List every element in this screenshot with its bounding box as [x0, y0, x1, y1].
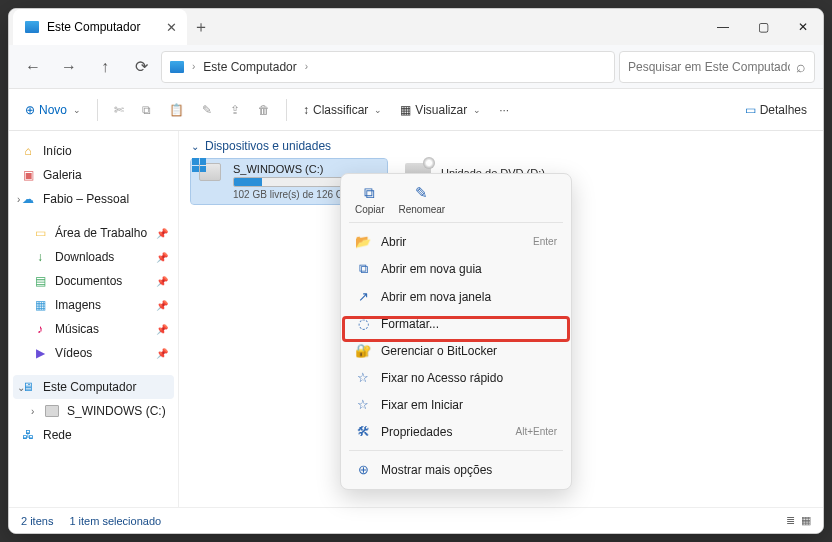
sidebar-item-label: Galeria — [43, 168, 82, 182]
sidebar-item-desktop[interactable]: ▭Área de Trabalho📌 — [13, 221, 174, 245]
context-item-properties[interactable]: 🛠PropriedadesAlt+Enter — [347, 418, 565, 445]
context-item-more-options[interactable]: ⊕Mostrar mais opções — [347, 456, 565, 483]
titlebar: Este Computador ✕ ＋ — ▢ ✕ — [9, 9, 823, 45]
windows-logo-icon — [192, 158, 206, 172]
label: Abrir — [381, 235, 406, 249]
nav-pane[interactable]: ⌂Início ▣Galeria ›☁Fabio – Pessoal ▭Área… — [9, 131, 179, 507]
context-item-open-tab[interactable]: ⧉Abrir em nova guia — [347, 255, 565, 283]
close-button[interactable]: ✕ — [783, 9, 823, 45]
sidebar-item-documents[interactable]: ▤Documentos📌 — [13, 269, 174, 293]
context-copy-button[interactable]: ⧉Copiar — [355, 184, 384, 215]
sidebar-item-label: Área de Trabalho — [55, 226, 147, 240]
video-icon: ▶ — [33, 346, 47, 360]
view-icon: ▦ — [400, 103, 411, 117]
sidebar-item-this-pc[interactable]: ⌄🖥Este Computador — [13, 375, 174, 399]
context-menu-actions: ⧉Copiar ✎Renomear — [347, 180, 565, 217]
clipboard-icon: 📋 — [169, 103, 184, 117]
context-item-open[interactable]: 📂AbrirEnter — [347, 228, 565, 255]
address-bar: ← → ↑ ⟳ › Este Computador › ⌕ — [9, 45, 823, 89]
delete-button[interactable]: 🗑 — [252, 99, 276, 121]
sidebar-item-videos[interactable]: ▶Vídeos📌 — [13, 341, 174, 365]
sidebar-item-label: S_WINDOWS (C:) — [67, 404, 166, 418]
download-icon: ↓ — [33, 250, 47, 264]
label: Fixar em Iniciar — [381, 398, 463, 412]
search-box[interactable]: ⌕ — [619, 51, 815, 83]
new-label: Novo — [39, 103, 67, 117]
forward-button[interactable]: → — [53, 51, 85, 83]
details-label: Detalhes — [760, 103, 807, 117]
search-input[interactable] — [628, 60, 790, 74]
more-button[interactable]: ··· — [493, 99, 515, 121]
plus-icon: ⊕ — [25, 103, 35, 117]
open-window-icon: ↗ — [355, 289, 371, 304]
sidebar-item-network[interactable]: 🖧Rede — [13, 423, 174, 447]
refresh-button[interactable]: ⟳ — [125, 51, 157, 83]
wrench-icon: 🛠 — [355, 424, 371, 439]
up-button[interactable]: ↑ — [89, 51, 121, 83]
sidebar-item-label: Fabio – Pessoal — [43, 192, 129, 206]
more-icon: ⊕ — [355, 462, 371, 477]
sort-label: Classificar — [313, 103, 368, 117]
sidebar-item-label: Downloads — [55, 250, 114, 264]
group-title: Dispositivos e unidades — [205, 139, 331, 153]
new-tab-button[interactable]: ＋ — [187, 17, 215, 38]
copy-button[interactable]: ⧉ — [136, 99, 157, 121]
context-item-pin-start[interactable]: ☆Fixar em Iniciar — [347, 391, 565, 418]
chevron-right-icon[interactable]: › — [31, 406, 34, 417]
minimize-button[interactable]: — — [703, 9, 743, 45]
sidebar-item-music[interactable]: ♪Músicas📌 — [13, 317, 174, 341]
maximize-button[interactable]: ▢ — [743, 9, 783, 45]
scissors-icon: ✄ — [114, 103, 124, 117]
tiles-view-button[interactable]: ▦ — [801, 514, 811, 527]
share-icon: ⇪ — [230, 103, 240, 117]
share-button[interactable]: ⇪ — [224, 99, 246, 121]
this-pc-icon — [25, 21, 39, 33]
details-button[interactable]: ▭ Detalhes — [739, 99, 813, 121]
sidebar-item-label: Este Computador — [43, 380, 136, 394]
sidebar-item-onedrive[interactable]: ›☁Fabio – Pessoal — [13, 187, 174, 211]
sidebar-item-gallery[interactable]: ▣Galeria — [13, 163, 174, 187]
details-view-button[interactable]: ≣ — [786, 514, 795, 527]
context-item-bitlocker[interactable]: 🔐Gerenciar o BitLocker — [347, 337, 565, 364]
tab-current[interactable]: Este Computador ✕ — [13, 9, 187, 45]
breadcrumb-root[interactable]: Este Computador — [203, 60, 296, 74]
new-button[interactable]: ⊕ Novo ⌄ — [19, 99, 87, 121]
breadcrumb[interactable]: › Este Computador › — [161, 51, 615, 83]
pin-icon: ☆ — [355, 370, 371, 385]
explorer-window: Este Computador ✕ ＋ — ▢ ✕ ← → ↑ ⟳ › Este… — [8, 8, 824, 534]
separator — [349, 450, 563, 451]
context-item-open-window[interactable]: ↗Abrir em nova janela — [347, 283, 565, 310]
chevron-down-icon: ⌄ — [191, 141, 199, 152]
sort-button[interactable]: ↕ Classificar ⌄ — [297, 99, 388, 121]
sidebar-item-home[interactable]: ⌂Início — [13, 139, 174, 163]
group-header-devices[interactable]: ⌄ Dispositivos e unidades — [191, 139, 811, 153]
chevron-down-icon[interactable]: ⌄ — [17, 382, 25, 393]
context-item-pin-quick[interactable]: ☆Fixar no Acesso rápido — [347, 364, 565, 391]
label: Formatar... — [381, 317, 439, 331]
trash-icon: 🗑 — [258, 103, 270, 117]
chevron-right-icon[interactable]: › — [17, 194, 20, 205]
label: Renomear — [398, 204, 445, 215]
music-icon: ♪ — [33, 322, 47, 336]
paste-button[interactable]: 📋 — [163, 99, 190, 121]
cut-button[interactable]: ✄ — [108, 99, 130, 121]
rename-button[interactable]: ✎ — [196, 99, 218, 121]
pin-icon: 📌 — [156, 300, 168, 311]
tab-close-button[interactable]: ✕ — [166, 20, 177, 35]
copy-icon: ⧉ — [142, 103, 151, 117]
back-button[interactable]: ← — [17, 51, 49, 83]
gallery-icon: ▣ — [21, 168, 35, 182]
context-item-format[interactable]: ◌Formatar... — [347, 310, 565, 337]
pin-start-icon: ☆ — [355, 397, 371, 412]
sidebar-item-images[interactable]: ▦Imagens📌 — [13, 293, 174, 317]
status-count: 2 itens — [21, 515, 53, 527]
chevron-down-icon: ⌄ — [374, 105, 382, 115]
drive-icon — [45, 405, 59, 417]
view-button[interactable]: ▦ Visualizar ⌄ — [394, 99, 487, 121]
sidebar-item-downloads[interactable]: ↓Downloads📌 — [13, 245, 174, 269]
context-rename-button[interactable]: ✎Renomear — [398, 184, 445, 215]
pin-icon: 📌 — [156, 324, 168, 335]
status-selection: 1 item selecionado — [69, 515, 161, 527]
sidebar-item-drive-c[interactable]: ›S_WINDOWS (C:) — [13, 399, 174, 423]
shortcut: Alt+Enter — [516, 426, 557, 437]
